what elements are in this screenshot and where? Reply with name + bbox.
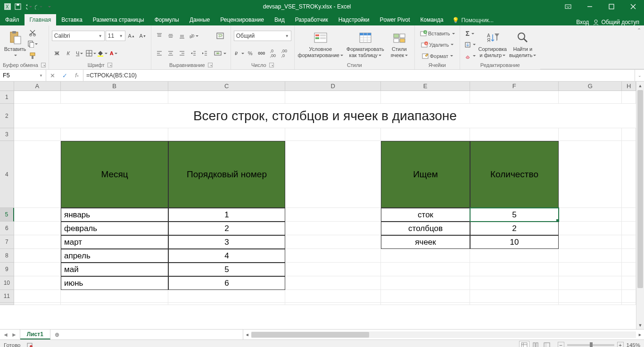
cell[interactable] xyxy=(381,303,470,305)
increase-font-icon[interactable]: A▲ xyxy=(126,31,137,41)
align-top-icon[interactable] xyxy=(154,31,165,41)
copy-icon[interactable] xyxy=(27,39,38,49)
minimize-button[interactable] xyxy=(579,0,601,13)
tab-data[interactable]: Данные xyxy=(184,14,215,25)
col-header[interactable]: E xyxy=(381,82,470,91)
cell[interactable] xyxy=(285,128,381,141)
tab-formulas[interactable]: Формулы xyxy=(149,14,184,25)
cell[interactable]: январь xyxy=(61,208,168,222)
align-middle-icon[interactable] xyxy=(165,31,176,41)
cut-icon[interactable] xyxy=(27,27,38,38)
wrap-text-icon[interactable] xyxy=(213,31,228,41)
row-header[interactable]: 1 xyxy=(0,91,14,104)
row-header[interactable]: 11 xyxy=(0,290,14,303)
cell[interactable] xyxy=(470,303,559,305)
cell[interactable] xyxy=(14,263,61,276)
dialog-launcher-icon[interactable] xyxy=(269,63,274,67)
col-header[interactable]: F xyxy=(470,82,559,91)
cell[interactable]: 2 xyxy=(470,222,559,235)
decrease-decimal-icon[interactable]: ,00,0 xyxy=(279,48,289,58)
row-header[interactable] xyxy=(0,303,14,305)
decrease-font-icon[interactable]: A▼ xyxy=(138,31,148,41)
cell[interactable] xyxy=(61,290,168,303)
new-sheet-button[interactable]: ⊕ xyxy=(50,330,64,339)
vertical-scrollbar[interactable]: ▲ ▼ xyxy=(636,82,644,329)
zoom-out-button[interactable]: − xyxy=(558,342,564,347)
cell[interactable] xyxy=(470,249,559,263)
cell[interactable] xyxy=(622,141,636,208)
cell[interactable]: май xyxy=(61,263,168,276)
cell[interactable] xyxy=(559,263,622,276)
tab-file[interactable]: Файл xyxy=(0,14,25,25)
cell[interactable] xyxy=(622,303,636,305)
redo-icon[interactable] xyxy=(35,3,42,10)
cell-styles-button[interactable]: Стили ячеек xyxy=(387,27,412,61)
find-select-button[interactable]: Найти и выделить xyxy=(508,27,537,61)
cell[interactable] xyxy=(61,128,168,141)
zoom-slider[interactable] xyxy=(567,344,614,346)
cell[interactable] xyxy=(14,303,61,305)
cell[interactable]: Месяц xyxy=(61,141,168,208)
cell[interactable]: Количество xyxy=(470,141,559,208)
col-header[interactable]: H xyxy=(622,82,636,91)
cell[interactable]: сток xyxy=(381,208,470,222)
border-icon[interactable] xyxy=(86,48,96,58)
tab-developer[interactable]: Разработчик xyxy=(290,14,333,25)
cell[interactable] xyxy=(559,276,622,290)
font-color-icon[interactable]: A xyxy=(108,48,119,58)
tab-powerpivot[interactable]: Power Pivot xyxy=(374,14,415,25)
cell[interactable] xyxy=(14,249,61,263)
normal-view-icon[interactable] xyxy=(519,341,529,347)
delete-cells-button[interactable]: ×Удалить xyxy=(418,40,457,50)
expand-formula-bar-icon[interactable]: ⌄ xyxy=(635,70,644,81)
cell[interactable] xyxy=(559,208,622,222)
tab-view[interactable]: Вид xyxy=(269,14,290,25)
align-left-icon[interactable] xyxy=(154,48,165,58)
number-format-combo[interactable]: Общий▼ xyxy=(234,31,291,41)
tab-page-layout[interactable]: Разметка страницы xyxy=(88,14,149,25)
cell[interactable] xyxy=(470,263,559,276)
cell[interactable] xyxy=(381,276,470,290)
cancel-formula-icon[interactable]: ✕ xyxy=(46,72,58,79)
cell[interactable] xyxy=(14,222,61,235)
cell[interactable]: ячеек xyxy=(381,235,470,249)
format-cells-button[interactable]: Формат xyxy=(418,51,457,61)
cell[interactable]: апрель xyxy=(61,249,168,263)
align-bottom-icon[interactable] xyxy=(177,31,187,41)
cell[interactable]: Всего строк, столбцов и ячеек в диапазон… xyxy=(14,104,636,128)
row-header[interactable]: 4 xyxy=(0,141,14,208)
fill-color-icon[interactable] xyxy=(97,48,107,58)
cell[interactable] xyxy=(285,222,381,235)
col-header[interactable]: D xyxy=(285,82,381,91)
cell[interactable] xyxy=(381,290,470,303)
name-box[interactable]: F5▼ xyxy=(0,70,46,81)
cell[interactable]: 10 xyxy=(470,235,559,249)
orientation-icon[interactable]: ab xyxy=(188,31,198,41)
insert-function-icon[interactable]: fx xyxy=(71,72,83,79)
cell[interactable]: июнь xyxy=(61,276,168,290)
tell-me[interactable]: 💡 Помощник... xyxy=(448,15,497,25)
col-header[interactable]: B xyxy=(61,82,168,91)
cell[interactable] xyxy=(622,128,636,141)
cell[interactable] xyxy=(381,249,470,263)
row-header[interactable]: 10 xyxy=(0,276,14,290)
cell[interactable] xyxy=(622,91,636,104)
tab-home[interactable]: Главная xyxy=(25,14,57,25)
italic-icon[interactable]: К xyxy=(63,48,74,58)
cell[interactable] xyxy=(285,208,381,222)
cell[interactable] xyxy=(622,235,636,249)
cell[interactable]: столбцов xyxy=(381,222,470,235)
tab-addins[interactable]: Надстройки xyxy=(333,14,375,25)
cell[interactable] xyxy=(559,128,622,141)
cell[interactable] xyxy=(622,208,636,222)
font-name-combo[interactable]: Calibri▼ xyxy=(52,31,105,41)
comma-style-icon[interactable]: 000 xyxy=(256,48,267,58)
merge-center-icon[interactable] xyxy=(213,48,228,58)
cell[interactable]: Порядковый номер xyxy=(168,141,285,208)
cell[interactable]: март xyxy=(61,235,168,249)
col-header[interactable]: A xyxy=(14,82,61,91)
cell[interactable] xyxy=(168,303,285,305)
percent-icon[interactable]: % xyxy=(245,48,256,58)
sheet-tab[interactable]: Лист1 xyxy=(20,330,50,339)
scroll-right-icon[interactable]: ► xyxy=(636,332,644,337)
